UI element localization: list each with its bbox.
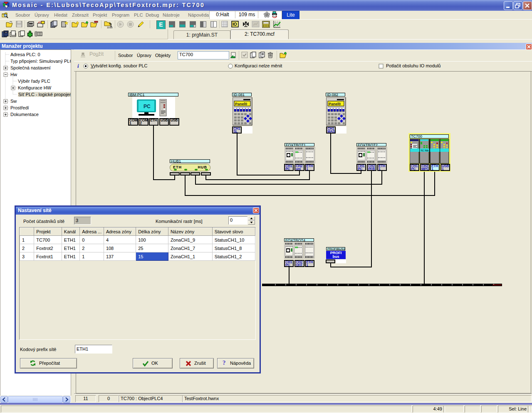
svg-text:Panel0: Panel0	[235, 102, 247, 106]
svg-text:TC 700: TC 700	[421, 149, 429, 152]
svg-text:IO: IO	[233, 22, 237, 27]
svg-text:Panel0: Panel0	[329, 102, 341, 106]
svg-text:PC: PC	[144, 104, 151, 109]
svg-text:10101: 10101	[107, 26, 113, 29]
